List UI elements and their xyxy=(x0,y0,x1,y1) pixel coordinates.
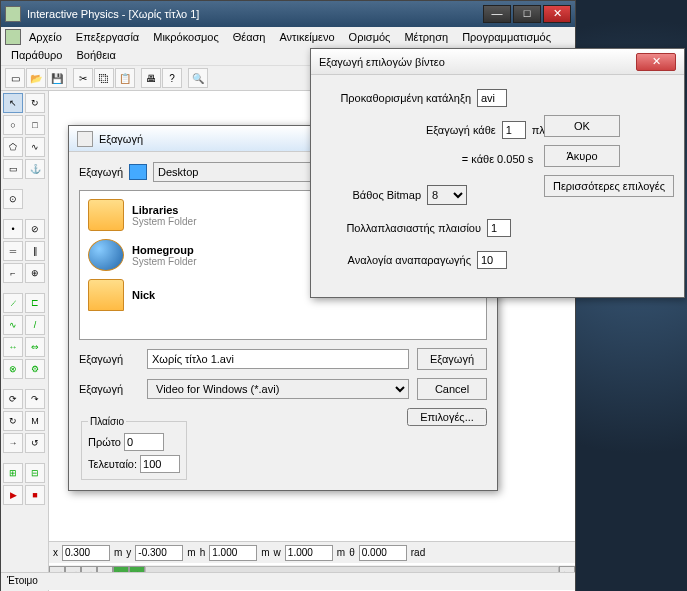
ext-input[interactable] xyxy=(477,89,507,107)
tool-slot-icon[interactable]: ⊘ xyxy=(25,219,45,239)
coord-y-label: y xyxy=(126,547,131,558)
menu-script[interactable]: Προγραμματισμός xyxy=(456,29,557,45)
tb-paste-icon[interactable]: 📋 xyxy=(115,68,135,88)
equals-text: = κάθε 0.050 s xyxy=(462,153,533,165)
coord-w-input[interactable] xyxy=(285,545,333,561)
menu-help[interactable]: Βοήθεια xyxy=(70,47,121,63)
tool-motor-icon[interactable]: M xyxy=(25,411,45,431)
video-dialog-title: Εξαγωγή επιλογών βίντεο xyxy=(319,56,636,68)
tool-vslot-icon[interactable]: ‖ xyxy=(25,241,45,261)
coord-y-input[interactable] xyxy=(135,545,183,561)
tool-torque2-icon[interactable]: ↺ xyxy=(25,433,45,453)
menu-measure[interactable]: Μέτρηση xyxy=(398,29,454,45)
depth-label: Βάθος Bitmap xyxy=(321,189,421,201)
tool-pin-icon[interactable]: • xyxy=(3,219,23,239)
coord-w-label: w xyxy=(274,547,281,558)
mult-input[interactable] xyxy=(487,219,511,237)
coord-theta-input[interactable] xyxy=(359,545,407,561)
ratio-input[interactable] xyxy=(477,251,507,269)
tb-cut-icon[interactable]: ✂ xyxy=(73,68,93,88)
menu-object[interactable]: Αντικείμενο xyxy=(273,29,340,45)
video-options-dialog: Εξαγωγή επιλογών βίντεο ✕ Προκαθορισμένη… xyxy=(310,48,685,298)
tb-new-icon[interactable]: ▭ xyxy=(5,68,25,88)
every-input[interactable] xyxy=(502,121,526,139)
menu-window[interactable]: Παράθυρο xyxy=(5,47,68,63)
tool-joint-icon[interactable]: ⊕ xyxy=(25,263,45,283)
tool-rotate-icon[interactable]: ↻ xyxy=(25,93,45,113)
more-options-button[interactable]: Περισσότερες επιλογές xyxy=(544,175,674,197)
mult-label: Πολλαπλασιαστής πλαισίου xyxy=(321,222,481,234)
status-bar: Έτοιμο xyxy=(1,572,575,590)
filename-input[interactable] xyxy=(147,349,409,369)
coordinate-bar: x m y m h m w m θ rad xyxy=(49,541,575,563)
tool-palette: ↖↻ ○□ ⬠∿ ▭⚓ ⊙ •⊘ ═‖ ⌐⊕ ⟋⊏ ∿/ ↔⇔ ⊗⚙ ⟳↷ ↻M… xyxy=(1,91,49,591)
tool-polygon-icon[interactable]: ⬠ xyxy=(3,137,23,157)
tb-help-icon[interactable]: ? xyxy=(162,68,182,88)
tb-zoom-icon[interactable]: 🔍 xyxy=(188,68,208,88)
tool-stop-icon[interactable]: ■ xyxy=(25,485,45,505)
tool-meter1-icon[interactable]: ⊞ xyxy=(3,463,23,483)
video-cancel-button[interactable]: Άκυρο xyxy=(544,145,620,167)
tb-print-icon[interactable]: 🖶 xyxy=(141,68,161,88)
tb-copy-icon[interactable]: ⿻ xyxy=(94,68,114,88)
app-icon xyxy=(5,6,21,22)
tool-torque-icon[interactable]: ↻ xyxy=(3,411,23,431)
tb-save-icon[interactable]: 💾 xyxy=(47,68,67,88)
coord-theta-unit: rad xyxy=(411,547,425,558)
tool-gear-icon[interactable]: ⚙ xyxy=(25,359,45,379)
tool-pulley-icon[interactable]: ⊗ xyxy=(3,359,23,379)
maximize-button[interactable]: □ xyxy=(513,5,541,23)
tool-arrow-icon[interactable]: ↖ xyxy=(3,93,23,113)
tool-spring-icon[interactable]: ⟋ xyxy=(3,293,23,313)
coord-w-unit: m xyxy=(337,547,345,558)
tool-rect-icon[interactable]: ▭ xyxy=(3,159,23,179)
titlebar[interactable]: Interactive Physics - [Χωρίς τίτλο 1] — … xyxy=(1,1,575,27)
menu-view[interactable]: Θέαση xyxy=(227,29,272,45)
video-dialog-titlebar[interactable]: Εξαγωγή επιλογών βίντεο ✕ xyxy=(311,49,684,75)
user-folder-icon xyxy=(88,279,124,311)
menu-define[interactable]: Ορισμός xyxy=(343,29,397,45)
menu-file[interactable]: Αρχείο xyxy=(23,29,68,45)
close-button[interactable]: ✕ xyxy=(543,5,571,23)
tool-hslot-icon[interactable]: ═ xyxy=(3,241,23,261)
tool-key-icon[interactable]: ⌐ xyxy=(3,263,23,283)
dialog-icon xyxy=(77,131,93,147)
tool-rope-icon[interactable]: ∿ xyxy=(3,315,23,335)
frame-legend: Πλαίσιο xyxy=(88,416,126,427)
tool-actuator-icon[interactable]: ⇔ xyxy=(25,337,45,357)
tool-anchor-icon[interactable]: ⚓ xyxy=(25,159,45,179)
export-button[interactable]: Εξαγωγή xyxy=(417,348,487,370)
tool-curve-icon[interactable]: ∿ xyxy=(25,137,45,157)
cancel-button[interactable]: Cancel xyxy=(417,378,487,400)
coord-x-input[interactable] xyxy=(62,545,110,561)
tool-circle-icon[interactable]: ○ xyxy=(3,115,23,135)
tool-rod-icon[interactable]: / xyxy=(25,315,45,335)
first-frame-input[interactable] xyxy=(124,433,164,451)
filetype-select[interactable]: Video for Windows (*.avi) xyxy=(147,379,409,399)
menu-edit[interactable]: Επεξεργασία xyxy=(70,29,145,45)
last-frame-input[interactable] xyxy=(140,455,180,473)
dialog-close-button[interactable]: ✕ xyxy=(636,53,676,71)
options-button[interactable]: Επιλογές... xyxy=(407,408,487,426)
ratio-label: Αναλογία αναπαραγωγής xyxy=(321,254,471,266)
minimize-button[interactable]: — xyxy=(483,5,511,23)
tool-square-icon[interactable]: □ xyxy=(25,115,45,135)
coord-h-input[interactable] xyxy=(209,545,257,561)
tb-open-icon[interactable]: 📂 xyxy=(26,68,46,88)
tool-sep-icon[interactable]: ↔ xyxy=(3,337,23,357)
coord-h-unit: m xyxy=(261,547,269,558)
coord-x-unit: m xyxy=(114,547,122,558)
first-frame-label: Πρώτο xyxy=(88,436,121,448)
ok-button[interactable]: OK xyxy=(544,115,620,137)
tool-meter2-icon[interactable]: ⊟ xyxy=(25,463,45,483)
tool-play-icon[interactable]: ▶ xyxy=(3,485,23,505)
tool-force-icon[interactable]: → xyxy=(3,433,23,453)
tool-point-icon[interactable]: ⊙ xyxy=(3,189,23,209)
folder-icon xyxy=(88,199,124,231)
menu-world[interactable]: Μικρόκοσμος xyxy=(147,29,225,45)
depth-select[interactable]: 8 xyxy=(427,185,467,205)
tool-rotspring-icon[interactable]: ⟳ xyxy=(3,389,23,409)
tool-damper-icon[interactable]: ⊏ xyxy=(25,293,45,313)
coord-h-label: h xyxy=(200,547,206,558)
tool-rotdamp-icon[interactable]: ↷ xyxy=(25,389,45,409)
